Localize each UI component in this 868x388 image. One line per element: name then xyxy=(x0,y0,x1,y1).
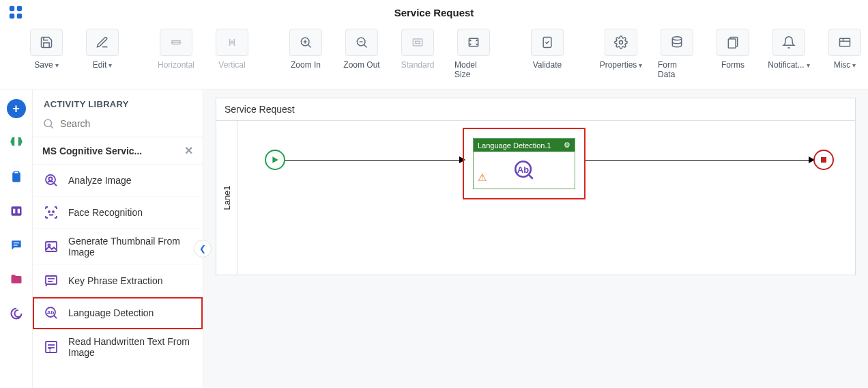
search-icon xyxy=(42,117,55,130)
rail-columns-icon[interactable] xyxy=(7,202,26,221)
search-input[interactable] xyxy=(60,118,193,129)
svg-point-36 xyxy=(46,175,55,184)
svg-rect-29 xyxy=(11,206,21,215)
activity-label: Generate Thumbnail From Image xyxy=(68,236,193,258)
language-detection-icon: Ab xyxy=(512,158,536,182)
svg-rect-31 xyxy=(17,209,19,214)
rail-ai-icon[interactable] xyxy=(7,133,26,152)
activity-label: Analyze Image xyxy=(68,175,132,186)
svg-rect-43 xyxy=(46,276,57,284)
activity-library-sidebar: ACTIVITY LIBRARY MS Cognitive Servic... … xyxy=(33,89,203,387)
face-recognition-icon xyxy=(42,204,60,221)
svg-point-34 xyxy=(44,120,52,127)
activity-node-label: Language Detection.1 xyxy=(478,141,551,150)
align-horizontal-button[interactable]: Horizontal xyxy=(157,29,195,70)
svg-rect-0 xyxy=(10,6,14,11)
toolbar: Save▾ Edit▾ Horizontal Vertical Zoom In … xyxy=(0,25,868,89)
zoom-out-button[interactable]: Zoom Out xyxy=(343,29,381,70)
notifications-button[interactable]: Notificat...▾ xyxy=(770,29,808,70)
chevron-down-icon: ▾ xyxy=(639,61,642,69)
activity-label: Face Recognition xyxy=(68,207,143,218)
forms-button[interactable]: Forms xyxy=(714,29,752,70)
svg-point-7 xyxy=(231,41,233,43)
svg-rect-16 xyxy=(413,39,422,46)
category-label: MS Cognitive Servic... xyxy=(42,146,142,156)
zoom-in-button[interactable]: Zoom In xyxy=(287,29,325,70)
add-button[interactable]: + xyxy=(7,99,26,118)
activity-generate-thumbnail[interactable]: Generate Thumbnail From Image xyxy=(33,229,203,265)
svg-line-48 xyxy=(54,316,57,318)
rail-chat-icon[interactable] xyxy=(7,236,26,255)
chevron-down-icon: ▾ xyxy=(108,61,112,69)
activity-node[interactable]: Language Detection.1 ⚙ ⚠ Ab xyxy=(473,138,575,189)
language-detection-icon: Ab xyxy=(42,304,60,322)
key-phrase-icon xyxy=(42,272,60,290)
activity-label: Read Handwritten Text From Image xyxy=(68,336,193,358)
svg-text:T: T xyxy=(48,348,52,352)
svg-point-37 xyxy=(49,178,53,181)
rail-clipboard-icon[interactable] xyxy=(7,167,26,186)
svg-point-39 xyxy=(48,211,50,212)
svg-marker-53 xyxy=(272,156,278,163)
rail-folder-icon[interactable] xyxy=(7,270,26,289)
svg-point-21 xyxy=(672,37,681,40)
apps-icon[interactable] xyxy=(8,5,23,20)
properties-button[interactable]: Properties▾ xyxy=(602,29,640,70)
activity-node-selection: Language Detection.1 ⚙ ⚠ Ab xyxy=(463,128,585,199)
gear-icon[interactable]: ⚙ xyxy=(564,141,570,150)
zoom-model-size-button[interactable]: Model Size xyxy=(454,29,493,79)
end-event-node[interactable] xyxy=(813,150,834,170)
warning-icon: ⚠ xyxy=(478,171,487,184)
activity-read-handwritten[interactable]: T Read Handwritten Text From Image xyxy=(33,329,203,365)
sidebar-title: ACTIVITY LIBRARY xyxy=(33,89,203,115)
svg-rect-23 xyxy=(728,39,736,48)
page-title: Service Request xyxy=(23,7,845,18)
svg-rect-24 xyxy=(840,38,850,46)
activity-key-phrase[interactable]: Key Phrase Extraction xyxy=(33,265,203,297)
analyze-image-icon xyxy=(42,171,60,189)
sequence-flow[interactable] xyxy=(585,160,812,161)
close-icon[interactable]: ✕ xyxy=(184,144,193,157)
activity-face-recognition[interactable]: Face Recognition xyxy=(33,197,203,229)
form-data-button[interactable]: Form Data xyxy=(658,29,696,79)
svg-rect-30 xyxy=(13,209,15,214)
category-row[interactable]: MS Cognitive Servic... ✕ xyxy=(33,137,203,165)
svg-rect-41 xyxy=(46,242,57,251)
svg-rect-28 xyxy=(14,171,18,174)
chevron-down-icon: ▾ xyxy=(852,61,856,69)
validate-button[interactable]: Validate xyxy=(528,29,566,70)
svg-point-20 xyxy=(620,41,623,44)
svg-line-56 xyxy=(529,175,533,179)
zoom-standard-button[interactable]: Standard xyxy=(399,29,437,70)
svg-rect-3 xyxy=(17,14,22,18)
chevron-down-icon: ▾ xyxy=(807,61,810,69)
activity-label: Key Phrase Extraction xyxy=(68,275,163,286)
activity-language-detection[interactable]: Ab Language Detection xyxy=(33,297,203,329)
lane-header[interactable]: Lane1 xyxy=(217,121,237,274)
collapse-sidebar-button[interactable]: ❮ xyxy=(194,240,212,258)
svg-point-40 xyxy=(53,211,54,212)
svg-rect-2 xyxy=(10,14,14,18)
activity-label: Language Detection xyxy=(68,307,154,318)
svg-text:Ab: Ab xyxy=(517,164,529,174)
misc-button[interactable]: Misc▾ xyxy=(826,29,864,70)
svg-rect-17 xyxy=(416,41,420,43)
activity-analyze-image[interactable]: Analyze Image xyxy=(33,165,203,197)
lane-label: Lane1 xyxy=(222,185,232,210)
canvas-title: Service Request xyxy=(216,98,855,121)
save-button[interactable]: Save▾ xyxy=(27,29,66,70)
align-vertical-button[interactable]: Vertical xyxy=(213,29,251,70)
sequence-flow[interactable] xyxy=(285,160,463,161)
left-rail: + xyxy=(0,89,33,387)
thumbnail-icon xyxy=(42,238,60,255)
svg-line-14 xyxy=(364,44,366,47)
svg-text:Ab: Ab xyxy=(47,309,55,316)
process-canvas[interactable]: Service Request Lane1 Language Detection… xyxy=(216,98,856,275)
svg-rect-1 xyxy=(17,6,22,11)
start-event-node[interactable] xyxy=(265,150,285,170)
rail-spiral-icon[interactable] xyxy=(7,304,26,323)
svg-line-10 xyxy=(308,44,310,47)
svg-line-35 xyxy=(50,126,53,128)
handwritten-icon: T xyxy=(42,338,60,356)
edit-button[interactable]: Edit▾ xyxy=(83,29,121,70)
